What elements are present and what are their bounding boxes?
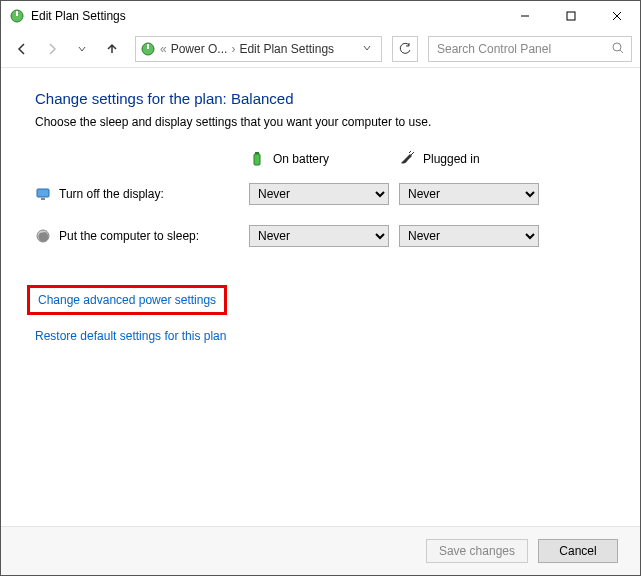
content-area: Change settings for the plan: Balanced C… [1, 68, 640, 343]
svg-rect-15 [41, 198, 45, 200]
col-battery-label: On battery [273, 152, 329, 166]
col-plugged-in: Plugged in [399, 151, 549, 167]
svg-rect-1 [16, 11, 18, 16]
search-icon [611, 41, 625, 58]
power-options-icon [9, 8, 25, 24]
column-headers: On battery Plugged in [35, 151, 606, 167]
back-button[interactable] [9, 36, 35, 62]
window-buttons [502, 1, 640, 31]
svg-rect-11 [255, 152, 259, 154]
page-subtext: Choose the sleep and display settings th… [35, 115, 606, 129]
search-box[interactable] [428, 36, 632, 62]
up-button[interactable] [99, 36, 125, 62]
svg-line-13 [409, 151, 412, 153]
breadcrumb-prefix: « [160, 42, 167, 56]
row-sleep-label: Put the computer to sleep: [59, 229, 199, 243]
link-restore-defaults[interactable]: Restore default settings for this plan [35, 329, 226, 343]
svg-point-8 [613, 43, 621, 51]
svg-rect-3 [567, 12, 575, 20]
svg-rect-10 [254, 154, 260, 165]
col-plugged-label: Plugged in [423, 152, 480, 166]
sleep-icon [35, 228, 51, 244]
window-title: Edit Plan Settings [31, 9, 126, 23]
recent-dropdown[interactable] [69, 36, 95, 62]
search-input[interactable] [435, 41, 611, 57]
titlebar: Edit Plan Settings [1, 1, 640, 31]
svg-line-9 [620, 50, 623, 53]
refresh-button[interactable] [392, 36, 418, 62]
plug-icon [399, 151, 415, 167]
nav-toolbar: « Power O... › Edit Plan Settings [1, 31, 640, 67]
svg-line-12 [411, 152, 414, 155]
address-bar[interactable]: « Power O... › Edit Plan Settings [135, 36, 382, 62]
window: Edit Plan Settings « Power O... › Edit P… [0, 0, 641, 576]
breadcrumb-seg1[interactable]: Power O... [171, 42, 228, 56]
sleep-plugged-in-select[interactable]: Never [399, 225, 539, 247]
cancel-button[interactable]: Cancel [538, 539, 618, 563]
minimize-button[interactable] [502, 1, 548, 31]
chevron-down-icon[interactable] [357, 42, 377, 56]
close-button[interactable] [594, 1, 640, 31]
page-heading: Change settings for the plan: Balanced [35, 90, 606, 107]
svg-rect-7 [147, 44, 149, 49]
save-button[interactable]: Save changes [426, 539, 528, 563]
chevron-right-icon: › [231, 42, 235, 56]
display-icon [35, 186, 51, 202]
maximize-button[interactable] [548, 1, 594, 31]
row-sleep: Put the computer to sleep: Never Never [35, 225, 606, 247]
display-plugged-in-select[interactable]: Never [399, 183, 539, 205]
breadcrumb-seg2[interactable]: Edit Plan Settings [239, 42, 334, 56]
power-options-icon [140, 41, 156, 57]
svg-rect-14 [37, 189, 49, 197]
display-on-battery-select[interactable]: Never [249, 183, 389, 205]
highlight-annotation: Change advanced power settings [27, 285, 227, 315]
sleep-on-battery-select[interactable]: Never [249, 225, 389, 247]
forward-button[interactable] [39, 36, 65, 62]
col-on-battery: On battery [249, 151, 399, 167]
link-advanced-settings[interactable]: Change advanced power settings [38, 293, 216, 307]
battery-icon [249, 151, 265, 167]
footer-bar: Save changes Cancel [1, 526, 640, 575]
row-display-label: Turn off the display: [59, 187, 164, 201]
row-display: Turn off the display: Never Never [35, 183, 606, 205]
